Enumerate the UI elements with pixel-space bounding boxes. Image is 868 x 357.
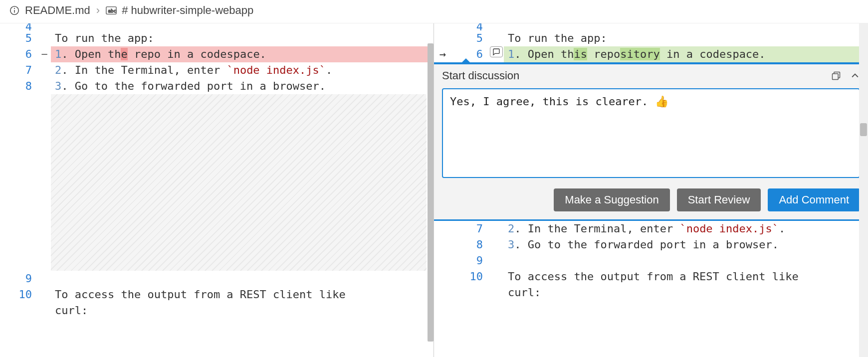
code-text: 2. In the Terminal, enter `node index.js… <box>51 62 434 78</box>
arrow-right-icon: → <box>434 46 451 62</box>
code-line: 8 3. Go to the forwarded port in a brows… <box>434 237 868 253</box>
line-number: 4 <box>0 23 38 30</box>
breadcrumb-heading[interactable]: # hubwriter-simple-webapp <box>122 4 253 17</box>
code-line: 9 <box>0 271 434 287</box>
breadcrumb: README.md › abc # hubwriter-simple-webap… <box>0 0 868 23</box>
diff-pane-modified: 4 5 To run the app: → 6 1. Open this rep… <box>434 23 868 357</box>
restore-icon[interactable] <box>831 71 841 81</box>
code-line: 7 2. In the Terminal, enter `node index.… <box>0 62 434 78</box>
discussion-panel: Start discussion Yes, I agree, this is c… <box>434 62 868 221</box>
line-number: 10 <box>451 269 489 285</box>
line-number: 5 <box>451 30 489 46</box>
chevron-right-icon: › <box>95 4 101 17</box>
code-text: To run the app: <box>51 30 434 46</box>
chevron-up-icon[interactable] <box>850 71 860 81</box>
scrollbar[interactable] <box>859 23 868 357</box>
string-icon: abc <box>106 6 117 15</box>
svg-text:abc: abc <box>108 8 117 13</box>
line-number: 8 <box>0 78 38 94</box>
start-review-button[interactable]: Start Review <box>677 188 761 211</box>
code-line-added: → 6 1. Open this repository in a codespa… <box>434 46 868 62</box>
code-line: 10 To access the output from a REST clie… <box>0 287 434 319</box>
line-number: 7 <box>451 221 489 237</box>
line-number: 9 <box>451 253 489 269</box>
comment-input[interactable]: Yes, I agree, this is clearer. 👍 <box>442 88 860 178</box>
code-line: 5 To run the app: <box>434 30 868 46</box>
code-text: 1. Open this repository in a codespace. <box>504 46 868 62</box>
code-text: To access the output from a REST client … <box>504 269 868 301</box>
code-line: 5 To run the app: <box>0 30 434 46</box>
diff-pane-original: 4 5 To run the app: 6 − 1. Open the repo… <box>0 23 434 357</box>
make-suggestion-button[interactable]: Make a Suggestion <box>554 188 669 211</box>
code-text: 2. In the Terminal, enter `node index.js… <box>504 221 868 237</box>
code-line: 9 <box>434 253 868 269</box>
svg-rect-6 <box>833 74 839 80</box>
code-line: 7 2. In the Terminal, enter `node index.… <box>434 221 868 237</box>
svg-point-2 <box>14 8 15 9</box>
diff-filler <box>51 94 427 271</box>
line-number: 4 <box>451 23 489 30</box>
line-number: 6 <box>0 46 38 62</box>
add-comment-icon[interactable] <box>490 46 503 57</box>
info-icon <box>9 5 20 16</box>
code-text: 1. Open the repo in a codespace. <box>51 46 434 62</box>
diff-marker-minus: − <box>38 46 51 62</box>
code-line-deleted: 6 − 1. Open the repo in a codespace. <box>0 46 434 62</box>
code-line: 10 To access the output from a REST clie… <box>434 269 868 301</box>
add-comment-button[interactable]: Add Comment <box>768 188 860 211</box>
breadcrumb-file[interactable]: README.md <box>25 4 90 17</box>
code-text: 3. Go to the forwarded port in a browser… <box>51 78 434 94</box>
discussion-title: Start discussion <box>442 69 519 82</box>
code-line: 8 3. Go to the forwarded port in a brows… <box>0 78 434 94</box>
line-number: 8 <box>451 237 489 253</box>
line-number: 7 <box>0 62 38 78</box>
code-text: To run the app: <box>504 30 868 46</box>
code-text: 3. Go to the forwarded port in a browser… <box>504 237 868 253</box>
code-line: 4 <box>0 23 434 30</box>
line-number: 5 <box>0 30 38 46</box>
code-line: 4 <box>434 23 868 30</box>
line-number: 9 <box>0 271 38 287</box>
line-number: 10 <box>0 287 38 303</box>
code-text: To access the output from a REST client … <box>51 287 434 319</box>
scrollbar[interactable] <box>427 23 434 357</box>
diff-view: 4 5 To run the app: 6 − 1. Open the repo… <box>0 23 868 357</box>
